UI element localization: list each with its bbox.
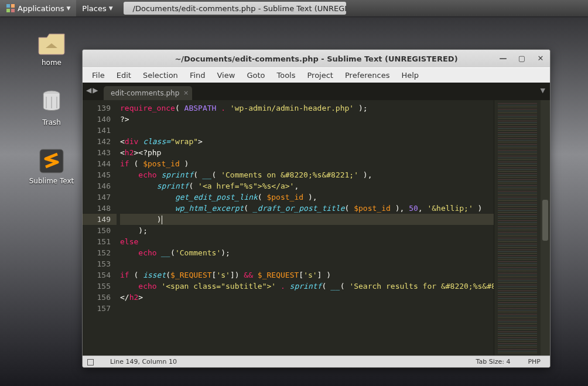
tab-edit-comments[interactable]: edit-comments.php ×: [104, 86, 192, 100]
folder-home-icon: [37, 29, 66, 56]
sublime-app-icon: [37, 148, 66, 175]
menu-find[interactable]: Find: [184, 71, 211, 80]
apps-icon: [6, 4, 15, 13]
line-gutter: 139140141 142143144 145146147 148149150 …: [83, 100, 117, 356]
home-label: home: [22, 59, 81, 67]
svg-rect-3: [11, 9, 15, 12]
menu-edit[interactable]: Edit: [111, 71, 137, 80]
status-bar: Line 149, Column 10 Tab Size: 4 PHP: [83, 356, 550, 367]
taskbar-window-button[interactable]: /Documents/edit-comments.php - Sublime T…: [124, 2, 346, 15]
sublime-icon-desktop[interactable]: Sublime Text: [22, 148, 81, 185]
chevron-down-icon: ▼: [66, 5, 70, 11]
applications-menu[interactable]: Applications ▼: [0, 0, 76, 16]
code-view[interactable]: require_once( ABSPATH . 'wp-admin/admin-…: [117, 100, 494, 356]
trash-label: Trash: [22, 118, 81, 127]
status-lang[interactable]: PHP: [523, 358, 545, 365]
menu-goto[interactable]: Goto: [241, 71, 271, 80]
places-label: Places: [82, 4, 106, 13]
chevron-down-icon: ▼: [109, 5, 113, 11]
app-menubar: File Edit Selection Find View Goto Tools…: [83, 67, 550, 83]
menu-project[interactable]: Project: [301, 71, 339, 80]
window-title: ~/Documents/edit-comments.php - Sublime …: [175, 54, 457, 63]
sublime-window: ~/Documents/edit-comments.php - Sublime …: [82, 49, 551, 368]
svg-rect-1: [11, 4, 15, 8]
tab-overflow-icon[interactable]: ▼: [541, 87, 545, 94]
menu-tools[interactable]: Tools: [271, 71, 301, 80]
taskbar-title: /Documents/edit-comments.php - Sublime T…: [133, 4, 346, 13]
menu-selection[interactable]: Selection: [137, 71, 184, 80]
close-button[interactable]: ✕: [535, 52, 546, 64]
sublime-label: Sublime Text: [22, 177, 81, 185]
svg-rect-2: [6, 9, 10, 12]
menu-help[interactable]: Help: [395, 71, 425, 80]
scrollbar-thumb[interactable]: [542, 200, 548, 241]
menu-view[interactable]: View: [211, 71, 241, 80]
home-icon-desktop[interactable]: home: [22, 29, 81, 67]
maximize-button[interactable]: ▢: [516, 52, 528, 64]
tab-bar: ◀ ▶ edit-comments.php × ▼: [83, 83, 550, 100]
panel-toggle-icon[interactable]: [87, 359, 94, 365]
tab-nav-back-icon[interactable]: ◀: [86, 86, 91, 94]
tab-nav-fwd-icon[interactable]: ▶: [93, 86, 98, 94]
os-panel: Applications ▼ Places ▼ /Documents/edit-…: [0, 0, 588, 16]
menu-file[interactable]: File: [86, 71, 111, 80]
status-tab-size[interactable]: Tab Size: 4: [471, 358, 515, 365]
places-menu[interactable]: Places ▼: [76, 0, 118, 16]
trash-icon: [37, 89, 66, 116]
applications-label: Applications: [18, 4, 64, 13]
menu-preferences[interactable]: Preferences: [339, 71, 395, 80]
desktop[interactable]: home Trash Sublime Text ~/Documents/edit…: [0, 16, 588, 386]
status-cursor[interactable]: Line 149, Column 10: [105, 358, 182, 365]
svg-rect-0: [6, 4, 10, 8]
tab-label: edit-comments.php: [111, 89, 179, 97]
minimize-button[interactable]: —: [497, 52, 509, 64]
text-caret: [162, 216, 162, 224]
window-titlebar[interactable]: ~/Documents/edit-comments.php - Sublime …: [83, 50, 550, 67]
trash-icon-desktop[interactable]: Trash: [22, 89, 81, 127]
editor-area[interactable]: 139140141 142143144 145146147 148149150 …: [83, 100, 550, 356]
vertical-scrollbar[interactable]: [541, 100, 550, 356]
minimap[interactable]: [494, 100, 541, 356]
tab-close-icon[interactable]: ×: [183, 89, 189, 97]
